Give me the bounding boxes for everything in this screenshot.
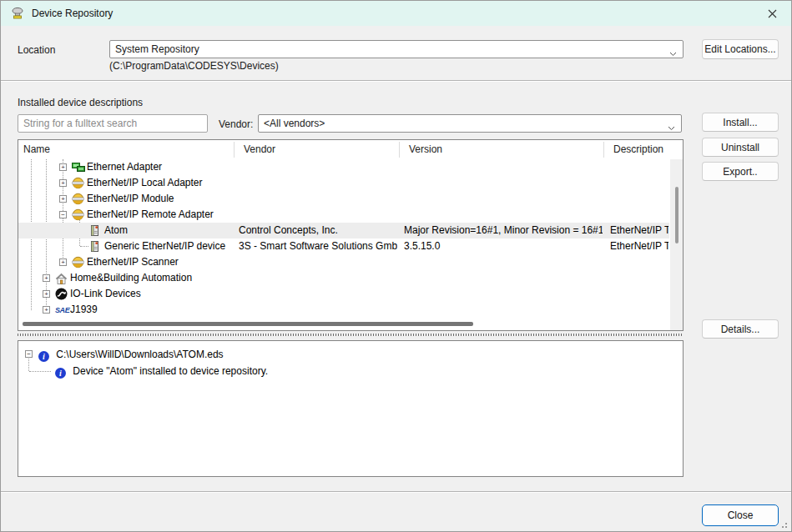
tree-row[interactable]: +Home&Building Automation: [18, 270, 669, 286]
log-collapse-expander[interactable]: −: [25, 350, 33, 358]
tree-item-description: EtherNet/IP Ta: [610, 238, 668, 254]
details-button[interactable]: Details...: [702, 319, 779, 339]
expand-icon[interactable]: +: [43, 306, 50, 314]
tree-item-name: Atom: [104, 223, 128, 238]
tree-item-version: Major Revision=16#1, Minor Revision = 16…: [404, 223, 603, 238]
window-close-icon[interactable]: [753, 1, 791, 26]
vendor-value: <All vendors>: [264, 118, 325, 129]
expand-icon[interactable]: +: [59, 179, 67, 187]
tree-item-vendor: 3S - Smart Software Solutions GmbH: [239, 238, 397, 254]
tree-item-vendor: Control Concepts, Inc.: [239, 223, 397, 238]
location-dropdown[interactable]: System Repository: [109, 40, 684, 58]
tree-item-name: Home&Building Automation: [70, 270, 192, 286]
tree-row[interactable]: AtomControl Concepts, Inc.Major Revision…: [18, 223, 669, 238]
tree-item-description: EtherNet/IP Ta: [610, 223, 668, 238]
tree-item-name: Generic EtherNet/IP device: [104, 238, 225, 254]
expand-icon[interactable]: +: [59, 195, 67, 203]
tree-row[interactable]: +EtherNet/IP Module: [18, 191, 669, 207]
house-icon: [55, 272, 68, 284]
tree-row[interactable]: +EtherNet/IP Local Adapter: [18, 175, 669, 191]
log-guide-stub: [29, 371, 51, 372]
tree-row[interactable]: +EtherNet/IP Scanner: [18, 254, 669, 270]
close-button[interactable]: Close: [702, 504, 779, 526]
vertical-scrollbar[interactable]: [670, 159, 684, 331]
log-message-text: Device "Atom" installed to device reposi…: [73, 365, 268, 377]
tree-item-version: 3.5.15.0: [404, 238, 603, 254]
log-file-line[interactable]: i C:\Users\WillD\Downloads\ATOM.eds: [38, 347, 224, 362]
expand-icon[interactable]: +: [59, 163, 67, 171]
ethernet-ip-icon: [72, 177, 84, 189]
vendor-dropdown[interactable]: <All vendors>: [258, 114, 682, 133]
titlebar: Device Repository: [1, 1, 791, 26]
tree-rows: +Ethernet Adapter+EtherNet/IP Local Adap…: [18, 159, 669, 318]
location-label: Location: [18, 44, 55, 56]
section-divider: [1, 80, 792, 82]
installed-section-label: Installed device descriptions: [18, 97, 143, 108]
footer-divider: [1, 491, 792, 493]
device-repository-icon: [10, 7, 25, 20]
edit-locations-button[interactable]: Edit Locations...: [702, 39, 779, 59]
tree-item-name: EtherNet/IP Local Adapter: [87, 175, 203, 191]
expand-icon[interactable]: +: [43, 290, 50, 298]
sae-icon: SAE: [55, 304, 69, 316]
column-header-version[interactable]: Version: [409, 140, 442, 159]
ethernet-ip-icon: [72, 193, 84, 205]
device-icon: [89, 224, 100, 237]
export-button[interactable]: Export..: [702, 162, 779, 181]
log-file-text: C:\Users\WillD\Downloads\ATOM.eds: [56, 349, 223, 360]
uninstall-button[interactable]: Uninstall: [702, 138, 779, 157]
tree-item-name: J1939: [70, 302, 98, 318]
horizontal-scrollbar-thumb[interactable]: [23, 322, 473, 326]
tree-header: Name Vendor Version Description: [18, 140, 683, 159]
tree-item-name: IO-Link Devices: [70, 286, 141, 302]
expand-icon[interactable]: +: [59, 258, 67, 266]
device-repository-dialog: Device Repository Location System Reposi…: [0, 0, 792, 532]
log-message-line[interactable]: i Device "Atom" installed to device repo…: [55, 364, 268, 379]
collapse-icon[interactable]: −: [59, 211, 67, 218]
fulltext-search-input[interactable]: [18, 114, 208, 133]
tree-row[interactable]: +Ethernet Adapter: [18, 159, 669, 175]
chevron-down-icon: [668, 122, 675, 133]
io-link-icon: [55, 288, 68, 300]
column-header-description[interactable]: Description: [613, 140, 663, 159]
vendor-label: Vendor:: [219, 118, 253, 130]
window-title: Device Repository: [32, 8, 113, 19]
tree-item-name: EtherNet/IP Remote Adapter: [87, 207, 214, 223]
column-header-name[interactable]: Name: [23, 140, 50, 159]
ethernet-ip-icon: [72, 256, 84, 269]
column-separator[interactable]: [603, 142, 604, 158]
log-guide-line: [28, 359, 29, 371]
vertical-scrollbar-thumb[interactable]: [675, 187, 678, 243]
location-path: (C:\ProgramData\CODESYS\Devices): [109, 60, 279, 72]
column-separator[interactable]: [399, 142, 400, 158]
tree-item-name: Ethernet Adapter: [87, 159, 162, 175]
column-separator[interactable]: [234, 142, 235, 158]
install-button[interactable]: Install...: [702, 113, 779, 132]
tree-row[interactable]: +SAEJ1939: [18, 302, 669, 318]
install-log-panel: − i C:\Users\WillD\Downloads\ATOM.eds i …: [18, 340, 684, 477]
tree-row[interactable]: −EtherNet/IP Remote Adapter: [18, 207, 669, 223]
location-value: System Repository: [115, 43, 199, 55]
device-icon: [89, 240, 100, 253]
device-tree-panel: Name Vendor Version Description +Etherne…: [18, 139, 684, 331]
resize-grip[interactable]: [780, 521, 787, 528]
ethernet-ip-icon: [72, 208, 84, 221]
expand-icon[interactable]: +: [43, 274, 50, 282]
panel-splitter[interactable]: [18, 334, 684, 336]
tree-item-name: EtherNet/IP Scanner: [87, 254, 179, 270]
tree-item-name: EtherNet/IP Module: [87, 191, 174, 207]
column-header-vendor[interactable]: Vendor: [244, 140, 275, 159]
chevron-down-icon: [669, 48, 677, 59]
info-icon: i: [38, 351, 49, 362]
tree-row[interactable]: Generic EtherNet/IP device3S - Smart Sof…: [18, 238, 669, 254]
ethernet-adapter-icon: [72, 161, 85, 173]
info-icon: i: [55, 368, 66, 379]
tree-row[interactable]: +IO-Link Devices: [18, 286, 669, 302]
